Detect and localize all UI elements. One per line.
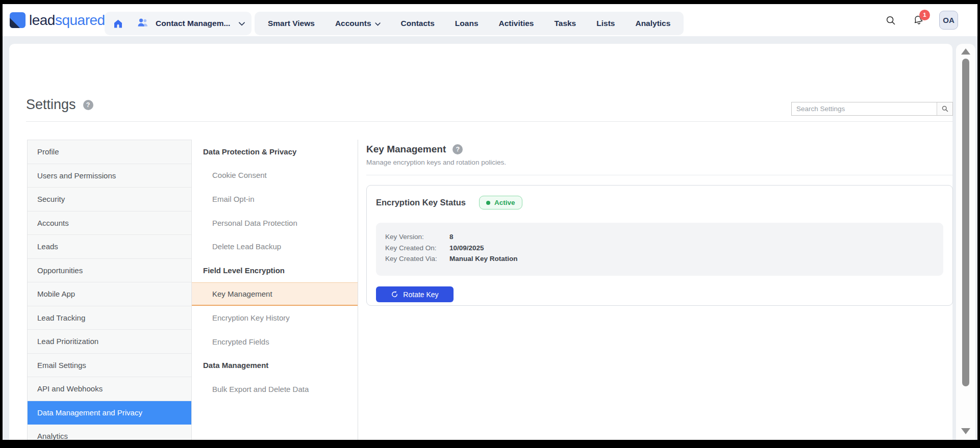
key-details-panel: Key Version: 8 Key Created On: 10/09/202…	[376, 223, 943, 276]
home-icon[interactable]	[113, 17, 123, 30]
leadsquared-logo[interactable]: leadsquared	[10, 12, 105, 29]
key-created-on-value: 10/09/2025	[449, 243, 484, 254]
chevron-down-icon	[375, 19, 381, 28]
sidebar-item-leads[interactable]: Leads	[28, 235, 191, 259]
sidebar-item-lead-tracking[interactable]: Lead Tracking	[28, 306, 191, 330]
content-subtitle: Manage encryption keys and rotation poli…	[366, 159, 953, 166]
sidebar-item-profile[interactable]: Profile	[28, 140, 191, 164]
search-icon[interactable]	[884, 14, 897, 27]
submenu-header-field-level-encryption: Field Level Encryption	[192, 258, 358, 282]
key-created-on-label: Key Created On:	[385, 243, 449, 254]
nav-contacts[interactable]: Contacts	[401, 19, 435, 28]
topbar-actions: 1 OA	[884, 4, 958, 36]
nav-lists[interactable]: Lists	[596, 19, 615, 28]
encryption-key-status-card: Encryption Key Status Active Key Version…	[366, 185, 953, 306]
settings-search-input[interactable]	[792, 102, 937, 115]
status-badge: Active	[479, 196, 522, 209]
scrollbar-up-arrow-icon[interactable]	[961, 48, 970, 55]
rotate-key-button[interactable]: Rotate Key	[376, 286, 454, 302]
page-title: Settings	[26, 97, 76, 113]
settings-sidebar: Profile Users and Permissions Security A…	[27, 140, 192, 440]
sidebar-item-email-settings[interactable]: Email Settings	[28, 354, 191, 378]
submenu-header-data-protection-privacy: Data Protection & Privacy	[192, 140, 358, 164]
app-window: leadsquared Contact Managem... Smart Vie…	[3, 4, 977, 440]
submenu-item-key-management[interactable]: Key Management	[192, 282, 358, 306]
sidebar-item-api-and-webhooks[interactable]: API and Webhooks	[28, 377, 191, 401]
workspace-selector-label: Contact Managem...	[156, 19, 230, 28]
rotate-key-button-label: Rotate Key	[403, 291, 438, 299]
submenu-item-encryption-key-history[interactable]: Encryption Key History	[192, 306, 358, 330]
users-icon	[137, 17, 149, 30]
header-divider	[26, 121, 953, 122]
nav-tasks[interactable]: Tasks	[554, 19, 576, 28]
scrollbar-thumb[interactable]	[962, 59, 969, 386]
notifications-bell-icon[interactable]: 1	[912, 14, 925, 27]
submenu-header-data-management: Data Management	[192, 353, 358, 377]
chevron-down-icon	[239, 19, 245, 28]
submenu-item-delete-lead-backup[interactable]: Delete Lead Backup	[192, 234, 358, 258]
settings-page-panel: Settings ? Profile Users and Permissions…	[9, 44, 952, 440]
nav-loans[interactable]: Loans	[455, 19, 479, 28]
key-version-row: Key Version: 8	[385, 231, 934, 243]
sidebar-item-mobile-app[interactable]: Mobile App	[28, 282, 191, 306]
key-created-via-row: Key Created Via: Manual Key Rotation	[385, 253, 934, 265]
leadsquared-logo-icon	[10, 12, 26, 28]
sidebar-item-lead-prioritization[interactable]: Lead Prioritization	[28, 330, 191, 354]
main-navigation: Smart Views Accounts Contacts Loans Acti…	[255, 12, 684, 35]
scrollbar	[956, 44, 975, 440]
content-divider	[366, 175, 953, 175]
submenu-item-bulk-export-and-delete-data[interactable]: Bulk Export and Delete Data	[192, 377, 358, 401]
sidebar-item-users-and-permissions[interactable]: Users and Permissions	[28, 164, 191, 188]
key-version-label: Key Version:	[385, 231, 449, 243]
submenu-item-cookie-consent[interactable]: Cookie Consent	[192, 164, 358, 188]
submenu-item-encrypted-fields[interactable]: Encrypted Fields	[192, 330, 358, 354]
key-created-via-value: Manual Key Rotation	[449, 253, 518, 265]
sidebar-item-accounts[interactable]: Accounts	[28, 212, 191, 235]
nav-analytics[interactable]: Analytics	[635, 19, 670, 28]
settings-search-box	[791, 102, 953, 116]
workspace-selector[interactable]: Contact Managem...	[105, 12, 252, 35]
user-avatar[interactable]: OA	[939, 11, 958, 30]
scrollbar-down-arrow-icon[interactable]	[961, 428, 970, 434]
nav-activities[interactable]: Activities	[499, 19, 534, 28]
nav-smart-views[interactable]: Smart Views	[268, 19, 315, 28]
settings-submenu: Data Protection & Privacy Cookie Consent…	[192, 140, 358, 440]
submenu-item-personal-data-protection[interactable]: Personal Data Protection	[192, 211, 358, 235]
content-title: Key Management	[366, 144, 446, 155]
submenu-item-email-opt-in[interactable]: Email Opt-in	[192, 187, 358, 211]
settings-help-icon[interactable]: ?	[83, 100, 93, 110]
sidebar-item-analytics[interactable]: Analytics	[28, 425, 191, 440]
key-created-on-row: Key Created On: 10/09/2025	[385, 243, 934, 254]
sidebar-item-data-management-and-privacy[interactable]: Data Management and Privacy	[28, 401, 191, 425]
rotate-icon	[391, 291, 398, 298]
sidebar-item-opportunities[interactable]: Opportunities	[28, 259, 191, 283]
key-version-value: 8	[449, 231, 454, 243]
top-navigation-bar: leadsquared Contact Managem... Smart Vie…	[3, 4, 977, 36]
status-dot-icon	[486, 201, 490, 205]
key-created-via-label: Key Created Via:	[385, 253, 449, 265]
key-management-content: Key Management ? Manage encryption keys …	[366, 140, 953, 306]
nav-accounts[interactable]: Accounts	[335, 19, 381, 28]
sidebar-item-security[interactable]: Security	[28, 188, 191, 212]
leadsquared-logo-text: leadsquared	[29, 12, 105, 29]
key-management-help-icon[interactable]: ?	[453, 144, 463, 154]
notification-count-badge: 1	[919, 10, 930, 20]
status-badge-label: Active	[494, 199, 515, 206]
card-title: Encryption Key Status	[376, 198, 466, 207]
settings-search-button[interactable]	[937, 102, 952, 115]
